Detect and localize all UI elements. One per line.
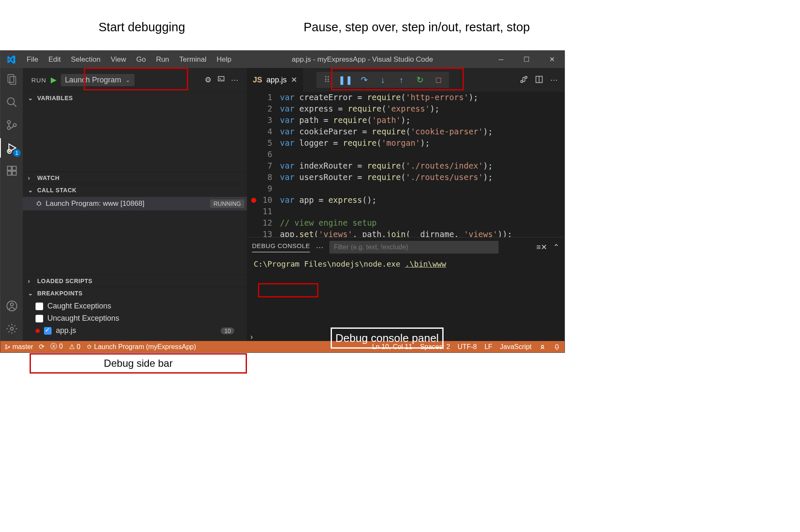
svg-point-24: [525, 76, 527, 79]
debug-console-tab[interactable]: DEBUG CONSOLE: [252, 242, 310, 252]
branch-indicator[interactable]: master: [5, 343, 33, 351]
eol[interactable]: LF: [485, 343, 493, 351]
code-line[interactable]: var express = require('express');: [280, 103, 564, 115]
checkbox-unchecked[interactable]: [36, 315, 43, 322]
line-number[interactable]: 6: [247, 149, 272, 160]
menu-selection[interactable]: Selection: [66, 51, 106, 68]
callstack-label: CALL STACK: [37, 187, 77, 194]
label-debug-sidebar: Debug side bar: [30, 353, 247, 374]
line-number[interactable]: 13: [247, 229, 272, 237]
warning-count[interactable]: ⚠ 0: [69, 343, 80, 351]
breakpoints-header[interactable]: ⌄BREAKPOINTS: [23, 287, 247, 299]
start-debug-icon[interactable]: ▶: [51, 75, 57, 85]
code-line[interactable]: var createError = require('http-errors')…: [280, 92, 564, 103]
debug-badge: 1: [13, 149, 21, 157]
code-line[interactable]: app.set('views', path.join(__dirname, 'v…: [280, 229, 564, 237]
svg-rect-1: [10, 76, 16, 85]
line-number[interactable]: 9: [247, 183, 272, 194]
code-line[interactable]: var indexRouter = require('./routes/inde…: [280, 160, 564, 172]
bell-icon[interactable]: [553, 344, 560, 350]
language-mode[interactable]: JavaScript: [500, 343, 532, 351]
sync-icon[interactable]: ⟳: [39, 343, 44, 351]
menu-view[interactable]: View: [106, 51, 132, 68]
line-number[interactable]: 1: [247, 92, 272, 103]
menu-edit[interactable]: Edit: [43, 51, 66, 68]
filter-input[interactable]: [329, 241, 499, 254]
code-line[interactable]: [280, 149, 564, 160]
minimize-button[interactable]: ─: [488, 51, 514, 68]
line-number[interactable]: 2: [247, 103, 272, 115]
debug-console-toggle-icon[interactable]: [217, 75, 225, 85]
search-icon[interactable]: [5, 95, 19, 109]
variables-header[interactable]: ⌄VARIABLES: [23, 92, 247, 104]
editor-tab-appjs[interactable]: JS app.js ✕: [247, 68, 304, 92]
panel-more-icon[interactable]: ⋯: [316, 243, 323, 252]
split-editor-icon[interactable]: [535, 75, 543, 85]
svg-point-28: [5, 347, 7, 349]
tab-close-icon[interactable]: ✕: [291, 75, 297, 85]
svg-point-2: [7, 98, 14, 105]
code-line[interactable]: // view engine setup: [280, 217, 564, 229]
highlight-debug-console-tab: [258, 283, 318, 297]
accounts-icon[interactable]: [5, 299, 19, 313]
error-count[interactable]: ⓧ 0: [50, 342, 63, 351]
loaded-scripts-header[interactable]: ›LOADED SCRIPTS: [23, 275, 247, 287]
menu-help[interactable]: Help: [211, 51, 236, 68]
callstack-header[interactable]: ⌄CALL STACK: [23, 184, 247, 196]
debug-target[interactable]: Launch Program (myExpressApp): [86, 343, 196, 351]
more-actions-icon[interactable]: ⋯: [550, 75, 558, 85]
line-number[interactable]: 3: [247, 115, 272, 126]
settings-gear-icon[interactable]: [5, 322, 19, 336]
breakpoints-section: ⌄BREAKPOINTS Caught Exceptions Uncaught …: [23, 287, 247, 338]
code-line[interactable]: [280, 183, 564, 194]
more-icon[interactable]: ⋯: [231, 75, 238, 85]
watch-header[interactable]: ›WATCH: [23, 172, 247, 184]
line-number[interactable]: 8: [247, 172, 272, 183]
loaded-scripts-label: LOADED SCRIPTS: [37, 278, 93, 284]
breakpoint-uncaught[interactable]: Uncaught Exceptions: [23, 312, 247, 325]
close-button[interactable]: ✕: [539, 51, 564, 68]
encoding[interactable]: UTF-8: [458, 343, 477, 351]
code-editor[interactable]: 1234567891011121314 var createError = re…: [247, 92, 564, 237]
run-debug-icon[interactable]: 1: [5, 141, 19, 155]
callstack-item[interactable]: Launch Program: www [10868] RUNNING: [23, 197, 247, 210]
code-line[interactable]: var usersRouter = require('./routes/user…: [280, 172, 564, 183]
extensions-icon[interactable]: [5, 164, 19, 178]
branch-name: master: [12, 343, 33, 350]
menu-go[interactable]: Go: [131, 51, 151, 68]
menu-file[interactable]: File: [22, 51, 43, 68]
clear-console-icon[interactable]: ≡✕: [536, 243, 547, 252]
line-number[interactable]: 4: [247, 126, 272, 137]
breakpoint-file[interactable]: app.js 10: [23, 325, 247, 337]
checkbox-checked[interactable]: [44, 327, 52, 335]
line-number[interactable]: 5: [247, 137, 272, 149]
code-line[interactable]: var app = express();: [280, 194, 564, 206]
line-number[interactable]: 12: [247, 217, 272, 229]
bp-caught-label: Caught Exceptions: [47, 302, 111, 311]
source-control-icon[interactable]: [5, 118, 19, 132]
code-line[interactable]: [280, 206, 564, 217]
maximize-button[interactable]: ☐: [514, 51, 539, 68]
gear-icon[interactable]: ⚙: [205, 75, 211, 85]
explorer-icon[interactable]: [5, 72, 19, 87]
feedback-icon[interactable]: [539, 344, 546, 350]
titlebar: FileEditSelectionViewGoRunTerminalHelp a…: [0, 51, 564, 68]
console-link[interactable]: .\bin\www: [405, 259, 447, 268]
compare-icon[interactable]: [520, 75, 528, 85]
checkbox-unchecked[interactable]: [36, 303, 43, 310]
code-line[interactable]: var cookieParser = require('cookie-parse…: [280, 126, 564, 137]
menu-run[interactable]: Run: [151, 51, 174, 68]
console-text: C:\Program Files\nodejs\node.exe: [254, 259, 405, 268]
breakpoint-caught[interactable]: Caught Exceptions: [23, 300, 247, 312]
line-number[interactable]: 11: [247, 206, 272, 217]
menu-terminal[interactable]: Terminal: [174, 51, 211, 68]
code-line[interactable]: var path = require('path');: [280, 115, 564, 126]
bp-line-badge: 10: [221, 327, 234, 334]
breakpoint-marker-icon[interactable]: [251, 198, 256, 203]
collapse-panel-icon[interactable]: ⌃: [553, 243, 559, 252]
line-number[interactable]: 10: [247, 194, 272, 206]
js-file-icon: JS: [253, 76, 262, 85]
svg-point-27: [5, 344, 7, 346]
line-number[interactable]: 7: [247, 160, 272, 172]
code-line[interactable]: var logger = require('morgan');: [280, 137, 564, 149]
